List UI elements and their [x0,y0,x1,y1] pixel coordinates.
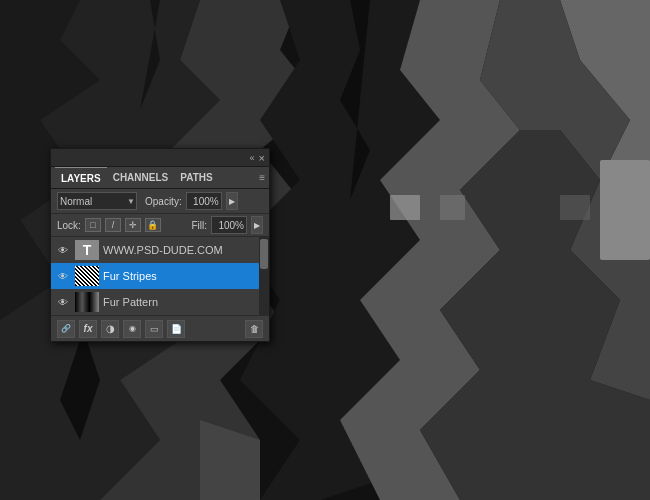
fill-label: Fill: [191,220,207,231]
svg-rect-3 [440,195,465,220]
layers-scrollbar[interactable] [259,237,269,315]
svg-rect-1 [600,160,650,260]
new-layer-btn[interactable]: 📄 [167,320,185,338]
layer-name-stripes: Fur Stripes [103,270,265,282]
opacity-input[interactable] [186,192,222,210]
panel-tabs: LAYERS CHANNELS PATHS ≡ [51,167,269,189]
svg-rect-4 [560,195,590,220]
layers-list: 👁 T WWW.PSD-DUDE.COM 👁 Fur Stripes 👁 Fur… [51,237,269,315]
layer-eye-pattern[interactable]: 👁 [55,294,71,310]
blend-mode-wrapper: Normal Dissolve Multiply Screen Overlay … [57,192,137,210]
panel-menu-icon[interactable]: ≡ [259,172,265,183]
lock-all-btn[interactable]: 🔒 [145,218,161,232]
lock-label: Lock: [57,220,81,231]
scroll-thumb [260,239,268,269]
layer-item-fur-stripes[interactable]: 👁 Fur Stripes [51,263,269,289]
panel-titlebar: « × [51,149,269,167]
lock-transparent-btn[interactable]: □ [85,218,101,232]
opacity-label: Opacity: [145,196,182,207]
layer-thumb-stripes [75,266,99,286]
layer-thumb-pattern [75,292,99,312]
lock-row: Lock: □ / ✛ 🔒 Fill: ▶ [51,214,269,237]
lock-position-btn[interactable]: ✛ [125,218,141,232]
layers-panel: « × LAYERS CHANNELS PATHS ≡ Normal Disso… [50,148,270,342]
panel-toolbar: 🔗 fx ◑ ◉ ▭ 📄 🗑 [51,315,269,341]
lock-image-btn[interactable]: / [105,218,121,232]
close-icon[interactable]: × [259,152,265,164]
adjustment-layer-btn[interactable]: ◉ [123,320,141,338]
delete-layer-btn[interactable]: 🗑 [245,320,263,338]
layer-eye-stripes[interactable]: 👁 [55,268,71,284]
fill-arrow-btn[interactable]: ▶ [251,216,263,234]
group-layer-btn[interactable]: ▭ [145,320,163,338]
fill-input[interactable] [211,216,247,234]
link-layers-btn[interactable]: 🔗 [57,320,75,338]
layer-name-pattern: Fur Pattern [103,296,265,308]
collapse-icon[interactable]: « [250,153,255,163]
layer-item-fur-pattern[interactable]: 👁 Fur Pattern [51,289,269,315]
blend-mode-select[interactable]: Normal Dissolve Multiply Screen Overlay [57,192,137,210]
layer-item-text[interactable]: 👁 T WWW.PSD-DUDE.COM [51,237,269,263]
layer-thumb-text: T [75,240,99,260]
fx-btn[interactable]: fx [79,320,97,338]
tab-paths[interactable]: PATHS [174,167,218,188]
tab-channels[interactable]: CHANNELS [107,167,175,188]
layer-eye-text[interactable]: 👁 [55,242,71,258]
layer-name-text: WWW.PSD-DUDE.COM [103,244,265,256]
opacity-arrow-btn[interactable]: ▶ [226,192,238,210]
tab-layers[interactable]: LAYERS [55,167,107,188]
svg-rect-2 [390,195,420,220]
blend-mode-row: Normal Dissolve Multiply Screen Overlay … [51,189,269,214]
add-mask-btn[interactable]: ◑ [101,320,119,338]
